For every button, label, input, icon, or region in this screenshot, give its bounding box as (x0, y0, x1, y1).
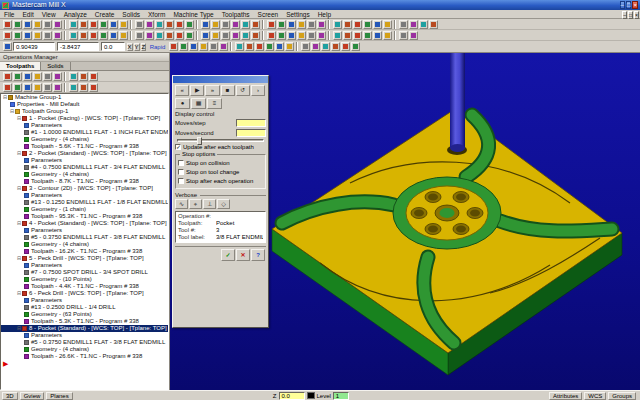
tree-item-op[interactable]: ⊟2 - Pocket (Standard) - [WCS: TOP] - [T… (1, 150, 168, 157)
menu-create[interactable]: Create (91, 11, 119, 18)
toolbar-icon[interactable] (219, 42, 228, 51)
verbose-label[interactable]: Verbose (175, 192, 197, 198)
toolbar-icon[interactable] (43, 20, 52, 29)
toolbar-icon[interactable] (363, 20, 372, 29)
toolbar-icon[interactable] (221, 31, 230, 40)
fast-forward-button[interactable]: » (205, 85, 219, 96)
toolbar-icon[interactable] (69, 20, 78, 29)
mdi-close-button[interactable]: × (634, 11, 639, 19)
toolbar-icon[interactable] (383, 31, 392, 40)
toolbar-icon[interactable] (277, 31, 286, 40)
tree-item-geom[interactable]: Geometry - (10 Points) (1, 276, 168, 283)
checkbox-box[interactable] (178, 160, 184, 166)
toolbar-icon[interactable] (399, 31, 408, 40)
toolbar-icon[interactable] (3, 72, 12, 81)
update-after-toolpath-checkbox[interactable]: ✓ Update after each toolpath (175, 144, 266, 151)
rewind-button[interactable]: « (175, 85, 189, 96)
toolbar-icon[interactable] (89, 20, 98, 29)
tree-item-tool[interactable]: #1 - 1.0000 ENDMILL1 FLAT - 1 INCH FLAT … (1, 129, 168, 136)
tree-item-geom[interactable]: Geometry - (4 chains) (1, 346, 168, 353)
toolbar-icon[interactable] (33, 20, 42, 29)
tree-item-param[interactable]: Parameters (1, 297, 168, 304)
menu-machine-type[interactable]: Machine Type (169, 11, 217, 18)
tree-item-param[interactable]: Parameters (1, 332, 168, 339)
toolbar-icon[interactable] (297, 20, 306, 29)
toolbar-icon[interactable] (209, 42, 218, 51)
toolbar-icon[interactable] (53, 31, 62, 40)
tree-item-op[interactable]: ⊟4 - Pocket (Standard) - [WCS: TOP] - [T… (1, 220, 168, 227)
3d-toggle[interactable]: 3D (2, 392, 18, 400)
toolbar-icon[interactable] (79, 31, 88, 40)
toolbar-icon[interactable] (175, 20, 184, 29)
tree-item-geom[interactable]: Geometry - (1 chain) (1, 206, 168, 213)
z-value-field[interactable]: 0.0 (279, 392, 305, 400)
menu-screen[interactable]: Screen (254, 11, 283, 18)
toolbar-icon[interactable] (251, 20, 260, 29)
color-swatch[interactable] (307, 392, 315, 399)
toolbar-icon[interactable] (331, 42, 340, 51)
close-button[interactable]: × (632, 1, 638, 9)
toolbar-icon[interactable] (23, 72, 32, 81)
toolbar-icon[interactable] (155, 20, 164, 29)
toolbar-icon[interactable] (13, 72, 22, 81)
tree-item-op[interactable]: ⊟5 - Peck Drill - [WCS: TOP] - [Tplane: … (1, 255, 168, 262)
toolbar-icon[interactable] (301, 42, 310, 51)
toolbar-icon[interactable] (165, 20, 174, 29)
tree-item-geom[interactable]: Geometry - (4 chains) (1, 241, 168, 248)
toolbar-icon[interactable] (409, 31, 418, 40)
toolbar-icon[interactable] (135, 20, 144, 29)
toolbar-icon[interactable] (13, 83, 22, 92)
coords-button[interactable]: ⌖ (189, 199, 202, 209)
minimize-button[interactable]: – (620, 1, 625, 9)
toolbar-icon[interactable] (409, 20, 418, 29)
tree-item-tool[interactable]: #13 - 0.1250 ENDMILL1 FLAT - 1/8 FLAT EN… (1, 199, 168, 206)
toolbar-icon[interactable] (23, 31, 32, 40)
groups-button[interactable]: Groups (608, 392, 636, 400)
toolbar-icon[interactable] (307, 31, 316, 40)
toolbar-icon[interactable] (99, 20, 108, 29)
toolbar-icon[interactable] (317, 31, 326, 40)
checkbox-box[interactable]: ✓ (175, 144, 181, 150)
toolbar-icon[interactable] (185, 20, 194, 29)
toolbar-icon[interactable] (321, 42, 330, 51)
toolbar-icon[interactable] (79, 72, 88, 81)
tree-item-tp[interactable]: Toolpath - 8.7K - T1.NC - Program # 338 (1, 178, 168, 185)
speed-slider[interactable] (175, 139, 266, 142)
toolbar-icon[interactable] (363, 31, 372, 40)
y-coordinate-field[interactable]: -3.8437 (57, 42, 99, 51)
toolbar-icon[interactable] (53, 83, 62, 92)
z-coordinate-field[interactable]: 0.0 (101, 42, 125, 51)
toolbar-icon[interactable] (399, 20, 408, 29)
stop-on-collision-checkbox[interactable]: Stop on collision (178, 160, 263, 167)
toolbar-icon[interactable] (287, 20, 296, 29)
help-button[interactable]: ? (251, 249, 265, 261)
toolbar-icon[interactable] (265, 42, 274, 51)
toolbar-icon[interactable] (69, 83, 78, 92)
moves-step-field[interactable] (236, 119, 266, 127)
toolbar-icon[interactable] (33, 72, 42, 81)
toolbar-icon[interactable] (119, 31, 128, 40)
menu-analyze[interactable]: Analyze (60, 11, 91, 18)
tree-item-param[interactable]: Parameters (1, 122, 168, 129)
wireframe-button[interactable]: ◇ (217, 199, 230, 209)
planes-button[interactable]: Planes (46, 392, 72, 400)
toolbar-icon[interactable] (79, 20, 88, 29)
tree-item-param[interactable]: Parameters (1, 157, 168, 164)
toolbar-icon[interactable] (79, 83, 88, 92)
toolbar-icon[interactable] (201, 20, 210, 29)
toolbar-icon[interactable] (33, 83, 42, 92)
tree-item-geom[interactable]: Geometry - (63 Points) (1, 311, 168, 318)
toolbar-icon[interactable] (267, 31, 276, 40)
tree-item-tp[interactable]: Toolpath - 95.3K - T1.NC - Program # 338 (1, 213, 168, 220)
toolbar-icon[interactable] (53, 20, 62, 29)
axis-y-button[interactable]: Y (134, 43, 140, 51)
axis-x-button[interactable]: X (127, 43, 133, 51)
toolbar-icon[interactable] (189, 42, 198, 51)
toolbar-icon[interactable] (267, 20, 276, 29)
toolbar-icon[interactable] (3, 20, 12, 29)
toolbar-icon[interactable] (33, 31, 42, 40)
toolbar-icon[interactable] (343, 20, 352, 29)
menu-xform[interactable]: Xform (144, 11, 169, 18)
tree-item-tp[interactable]: Toolpath - 26.6K - T1.NC - Program # 338 (1, 353, 168, 360)
toolbar-icon[interactable] (429, 20, 438, 29)
